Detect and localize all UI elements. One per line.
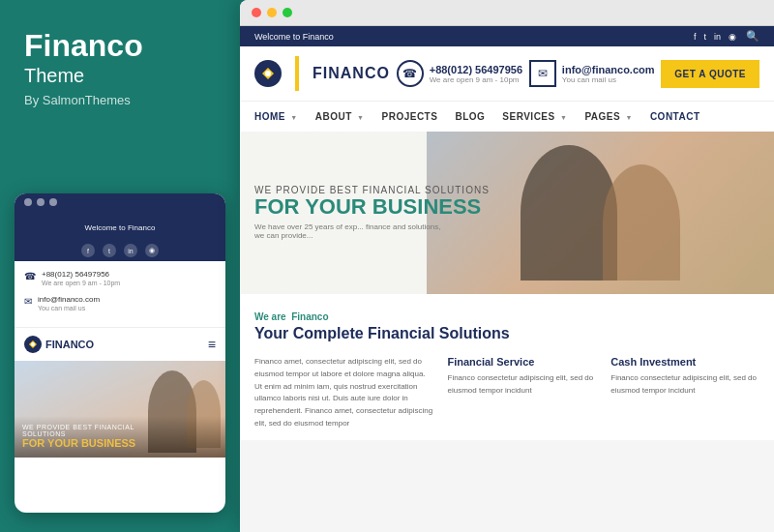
people-silhouette xyxy=(521,145,680,281)
mobile-email-item: ✉ info@financo.com You can mail us xyxy=(24,294,216,311)
nav-home[interactable]: HOME ▼ xyxy=(254,102,298,132)
cash-investment-heading: Cash Investment xyxy=(610,356,759,368)
mobile-welcome-text: Welcome to Financo xyxy=(85,223,156,232)
mobile-email-sub: You can mail us xyxy=(38,305,100,311)
svg-point-3 xyxy=(265,71,271,76)
home-arrow-icon: ▼ xyxy=(290,114,297,121)
browser-mockup: Welcome to Financo f t in ◉ 🔍 FINANCO ☎ xyxy=(240,0,774,532)
topbar-facebook-icon[interactable]: f xyxy=(694,32,697,42)
header-phone-number: +88(012) 56497956 xyxy=(430,64,522,75)
nav-blog[interactable]: BLOG xyxy=(455,102,485,132)
intro-label: We are Financo xyxy=(254,311,759,322)
header-phone-icon: ☎ xyxy=(397,60,424,87)
facebook-icon[interactable]: f xyxy=(81,244,95,257)
mobile-hero-label: WE PROVIDE BEST FINANCIAL xyxy=(22,424,218,430)
mobile-mockup: Welcome to Financo f t in ◉ ☎ +88(012) 5… xyxy=(15,193,225,513)
envelope-icon: ✉ xyxy=(24,296,32,307)
financial-service-column: Financial Service Financo consectetur ad… xyxy=(448,356,597,430)
hero-description: We have over 25 years of exp... finance … xyxy=(254,223,448,241)
intro-brand: Financo xyxy=(291,311,328,322)
get-quote-button[interactable]: GET A QUOTE xyxy=(661,60,759,88)
logo-icon xyxy=(254,60,282,87)
mobile-contact-section: ☎ +88(012) 56497956 We are open 9 am - 1… xyxy=(15,261,225,327)
mobile-hero-section: WE PROVIDE BEST FINANCIAL SOLUTIONS FOR … xyxy=(15,361,225,458)
social-icon-4[interactable]: ◉ xyxy=(145,244,159,257)
header-email-block: ✉ info@financo.com You can mail us xyxy=(529,60,655,87)
header-phone-block: ☎ +88(012) 56497956 We are open 9 am - 1… xyxy=(397,60,522,87)
twitter-icon[interactable]: t xyxy=(103,244,116,257)
mobile-phone-number: +88(012) 56497956 xyxy=(42,269,120,280)
financial-service-heading: Financial Service xyxy=(448,356,597,368)
hero-text-block: WE PROVIDE BEST FINANCIAL SOLUTIONS FOR … xyxy=(254,185,490,240)
brand-name: Financo xyxy=(24,29,216,63)
browser-dot-yellow[interactable] xyxy=(267,8,277,17)
site-logo-text: FINANCO xyxy=(313,65,390,82)
mobile-social-row: f t in ◉ xyxy=(15,240,225,261)
hero-title: FOR YOUR BUSINESS xyxy=(254,195,490,219)
site-welcome-text: Welcome to Financo xyxy=(254,32,334,42)
header-phone-hours: We are open 9 am - 10pm xyxy=(430,75,522,84)
nav-services[interactable]: SERVICES ▼ xyxy=(502,102,567,132)
site-content-section: We are Financo Your Complete Financial S… xyxy=(240,294,774,440)
mobile-nav-bar: FINANCO ≡ xyxy=(15,327,225,361)
site-logo: FINANCO xyxy=(254,56,390,91)
nav-pages[interactable]: PAGES ▼ xyxy=(584,102,632,132)
mobile-dot-3 xyxy=(49,198,57,206)
mobile-logo-icon xyxy=(24,336,42,353)
content-main-column: Financo amet, consectetur adipiscing eli… xyxy=(254,356,433,430)
site-hero-section: WE PROVIDE BEST FINANCIAL SOLUTIONS FOR … xyxy=(240,132,774,294)
instagram-icon[interactable]: in xyxy=(124,244,137,257)
search-icon[interactable]: 🔍 xyxy=(746,30,759,43)
header-email-address: info@financo.com xyxy=(562,64,655,75)
yellow-divider xyxy=(295,56,299,91)
mobile-logo: FINANCO xyxy=(24,336,94,353)
phone-icon: ☎ xyxy=(24,271,36,281)
services-arrow-icon: ▼ xyxy=(560,114,567,121)
brand-by: By SalmonThemes xyxy=(24,93,216,107)
mobile-phone-item: ☎ +88(012) 56497956 We are open 9 am - 1… xyxy=(24,269,216,286)
pages-arrow-icon: ▼ xyxy=(625,114,632,121)
site-topbar: Welcome to Financo f t in ◉ 🔍 xyxy=(240,26,774,46)
hamburger-menu-icon[interactable]: ≡ xyxy=(208,337,216,352)
mobile-logo-text: FINANCO xyxy=(45,339,94,350)
topbar-linkedin-icon[interactable]: in xyxy=(714,32,721,42)
mobile-hero-overlay: WE PROVIDE BEST FINANCIAL SOLUTIONS FOR … xyxy=(15,416,225,458)
nav-projects[interactable]: PROJECTS xyxy=(382,102,438,132)
about-arrow-icon: ▼ xyxy=(357,114,364,121)
browser-titlebar xyxy=(240,0,774,26)
site-navigation: HOME ▼ ABOUT ▼ PROJECTS BLOG SERVICES ▼ … xyxy=(240,101,774,132)
financial-service-text: Financo consectetur adipiscing elit, sed… xyxy=(448,372,597,398)
browser-dot-red[interactable] xyxy=(252,8,261,17)
main-body-text: Financo amet, consectetur adipiscing eli… xyxy=(254,356,433,430)
site-header: FINANCO ☎ +88(012) 56497956 We are open … xyxy=(240,46,774,101)
nav-about[interactable]: ABOUT ▼ xyxy=(315,102,365,132)
intro-title: Your Complete Financial Solutions xyxy=(254,325,759,342)
content-columns: Financo amet, consectetur adipiscing eli… xyxy=(254,356,759,430)
mobile-dot-1 xyxy=(24,198,32,206)
mobile-top-bar: Welcome to Financo xyxy=(15,211,225,240)
cash-investment-text: Financo consectetur adipiscing elit, sed… xyxy=(610,372,759,398)
left-panel: Financo Theme By SalmonThemes Welcome to… xyxy=(0,0,240,532)
brand-subtitle: Theme xyxy=(24,65,216,87)
mobile-email-address: info@financo.com xyxy=(38,294,100,305)
mobile-dot-2 xyxy=(37,198,45,206)
content-intro: We are Financo Your Complete Financial S… xyxy=(254,311,759,342)
mobile-hero-title: FOR YOUR BUSINESS xyxy=(22,437,218,450)
header-email-icon: ✉ xyxy=(529,60,556,87)
mobile-hero-label2: SOLUTIONS xyxy=(22,430,218,437)
svg-point-1 xyxy=(31,342,35,346)
browser-dot-green[interactable] xyxy=(283,8,292,17)
intro-prefix: We are xyxy=(254,311,286,322)
header-email-info: info@financo.com You can mail us xyxy=(562,64,655,84)
cash-investment-column: Cash Investment Financo consectetur adip… xyxy=(610,356,759,430)
topbar-rss-icon[interactable]: ◉ xyxy=(729,32,736,42)
mobile-titlebar xyxy=(15,193,225,211)
header-phone-info: +88(012) 56497956 We are open 9 am - 10p… xyxy=(430,64,522,84)
topbar-twitter-icon[interactable]: t xyxy=(703,32,706,42)
social-icons-bar: f t in ◉ xyxy=(694,32,736,42)
header-email-subtext: You can mail us xyxy=(562,75,655,84)
mobile-phone-hours: We are open 9 am - 10pm xyxy=(42,280,120,286)
nav-contact[interactable]: CONTACT xyxy=(650,102,700,132)
person2-silhouette xyxy=(603,164,680,281)
